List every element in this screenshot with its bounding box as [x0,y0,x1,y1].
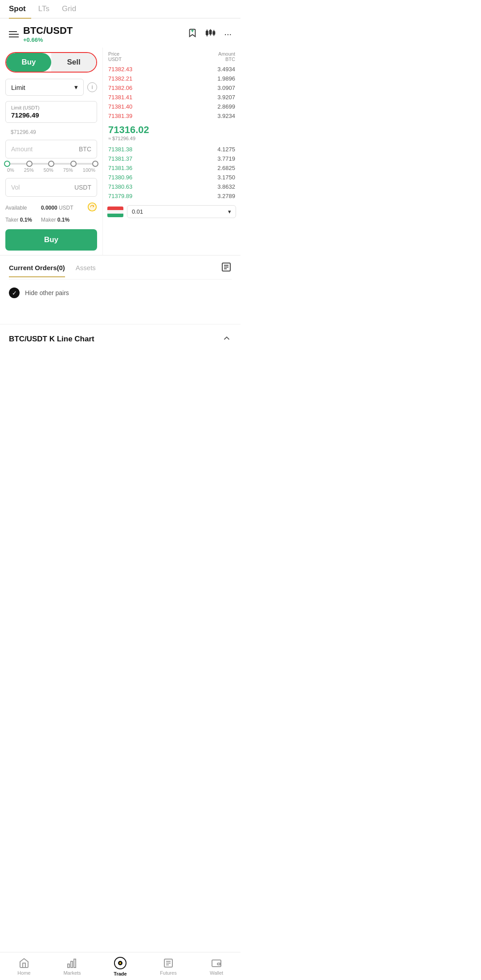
orders-list-icon[interactable] [221,262,232,279]
slider-dot-50[interactable] [48,161,54,167]
slider-label-25: 25% [24,167,34,173]
ob-price-header: Price USDT [108,51,122,62]
top-tabs: Spot LTs Grid [0,0,240,19]
sell-order-row[interactable]: 71382.43 3.4934 [107,65,236,74]
sell-order-row[interactable]: 71381.40 2.8699 [107,102,236,111]
order-type-value: Limit [11,84,25,91]
orders-section: Current Orders(0) Assets Hide other pair… [0,255,240,306]
header-right: ··· [188,28,232,40]
limit-value: 71296.49 [11,111,91,119]
kline-section: BTC/USDT K Line Chart [0,324,240,352]
buy-order-row[interactable]: 71381.37 3.7719 [107,154,236,163]
sell-order-row[interactable]: 71382.21 1.9896 [107,74,236,83]
maker-value: 0.1% [57,217,69,223]
available-value: 0.0000 [41,205,57,211]
slider-label-0: 0% [7,167,14,173]
order-book: Price USDT Amount BTC 71382.43 3.4934 71… [102,48,240,255]
taker-label: Taker 0.1% [5,217,32,223]
menu-icon[interactable] [9,31,19,37]
slider-label-50: 50% [44,167,53,173]
orders-tabs: Current Orders(0) Assets [9,255,232,279]
svg-rect-5 [210,30,212,34]
svg-rect-8 [213,32,215,35]
current-orders-tab[interactable]: Current Orders(0) [9,264,65,277]
pair-info: BTC/USDT +0.66% [23,25,73,43]
limit-input-group[interactable]: Limit (USDT) 71296.49 [5,101,97,123]
slider-dot-100[interactable] [92,161,98,167]
hide-pairs-label: Hide other pairs [25,289,69,296]
ob-mid-price: 71316.02 [108,124,235,136]
ob-mid-usd: ≈ $71296.49 [108,136,235,141]
flag-icon [107,207,123,217]
ob-bottom: 0.01 ▾ [107,205,236,218]
amount-unit: BTC [79,146,91,153]
order-type-select[interactable]: Limit ▾ [5,79,84,96]
fee-row: Taker 0.1% Maker 0.1% [5,217,97,223]
limit-label: Limit (USDT) [11,105,91,110]
buy-orders: 71381.38 4.1275 71381.37 3.7719 71381.36… [107,145,236,201]
available-label: Available [5,205,27,211]
slider-dot-25[interactable] [26,161,33,167]
ob-header: Price USDT Amount BTC [107,51,236,62]
header-row: BTC/USDT +0.66% [0,19,240,48]
slider-dot-75[interactable] [70,161,77,167]
svg-rect-2 [206,31,208,35]
amount-placeholder: Amount [11,146,33,153]
kline-collapse-icon[interactable] [222,333,232,345]
vol-input[interactable]: Vol USDT [5,178,97,197]
hide-pairs-row: Hide other pairs [9,279,232,306]
buy-toggle[interactable]: Buy [6,53,51,72]
vol-placeholder: Vol [11,184,20,191]
buy-order-row[interactable]: 71381.36 2.6825 [107,163,236,173]
tab-grid[interactable]: Grid [62,4,76,18]
buy-order-row[interactable]: 71381.38 4.1275 [107,145,236,154]
slider-label-100: 100% [83,167,95,173]
vol-unit: USDT [74,184,91,191]
buy-order-row[interactable]: 71380.63 3.8632 [107,182,236,191]
sell-order-row[interactable]: 71382.06 3.0907 [107,83,236,93]
slider-dot-0[interactable] [4,161,10,167]
limit-sub: $71296.49 [5,126,97,138]
available-unit: USDT [59,205,73,211]
buy-order-row[interactable]: 71380.96 3.1750 [107,173,236,182]
kline-title: BTC/USDT K Line Chart [9,335,94,344]
pair-change: +0.66% [23,36,73,43]
main-content: Buy Sell Limit ▾ i Limit (USDT) 71296.49… [0,48,240,255]
hide-pairs-checkbox[interactable] [9,288,20,298]
tab-lts[interactable]: LTs [38,4,49,18]
sell-toggle[interactable]: Sell [51,53,96,72]
kline-header: BTC/USDT K Line Chart [9,333,232,345]
amount-input[interactable]: Amount BTC [5,140,97,158]
dropdown-icon: ▾ [74,83,78,91]
available-row: Available 0.0000 USDT [5,202,97,213]
sell-order-row[interactable]: 71381.39 3.9234 [107,111,236,121]
header-left: BTC/USDT +0.66% [9,25,73,43]
pair-name: BTC/USDT [23,25,73,36]
decimal-value: 0.01 [132,208,143,215]
slider-labels: 0% 25% 50% 75% 100% [7,167,95,173]
left-panel: Buy Sell Limit ▾ i Limit (USDT) 71296.49… [0,48,102,255]
more-icon[interactable]: ··· [224,29,232,39]
slider-label-75: 75% [63,167,73,173]
candlestick-icon[interactable] [205,28,216,40]
maker-label: Maker 0.1% [41,217,69,223]
refresh-icon[interactable] [87,202,97,213]
sell-order-row[interactable]: 71381.41 3.9207 [107,93,236,102]
bookmark-icon[interactable] [188,28,197,40]
order-type-row: Limit ▾ i [5,79,97,96]
info-icon[interactable]: i [87,82,97,92]
slider-row: 0% 25% 50% 75% 100% [5,163,97,173]
ob-amount-header: Amount BTC [218,51,235,62]
tab-spot[interactable]: Spot [9,4,26,18]
taker-value: 0.1% [20,217,32,223]
decimal-dropdown-icon: ▾ [228,208,231,215]
slider-track[interactable] [7,163,95,165]
buy-button[interactable]: Buy [5,229,97,251]
assets-tab[interactable]: Assets [76,264,96,277]
buy-sell-toggle: Buy Sell [5,52,97,73]
decimal-select[interactable]: 0.01 ▾ [127,205,236,218]
sell-orders: 71382.43 3.4934 71382.21 1.9896 71382.06… [107,65,236,121]
buy-order-row[interactable]: 71379.89 3.2789 [107,191,236,201]
ob-mid-price-section: 71316.02 ≈ $71296.49 [107,121,236,145]
